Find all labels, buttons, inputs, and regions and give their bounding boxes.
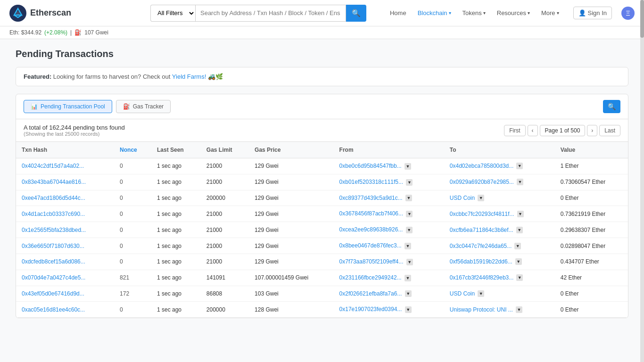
to-link[interactable]: 0x0929a6920b87e2985... (450, 179, 514, 185)
cell-gas-price: 129 Gwei (249, 222, 333, 238)
to-filter-icon[interactable]: ▼ (515, 258, 522, 265)
txn-hash-link[interactable]: 0xac05e16d81ee4c60c... (22, 306, 85, 313)
next-page-button[interactable]: › (587, 125, 597, 136)
txn-hash-link[interactable]: 0x83e43ba67044ae816... (22, 179, 86, 185)
from-filter-icon[interactable]: ▼ (405, 195, 412, 201)
txn-hash-link[interactable]: 0x36e6650f71807d630... (22, 243, 84, 249)
to-link[interactable]: USD Coin (450, 290, 475, 297)
gas-tracker-icon: ⛽ (123, 103, 130, 110)
transactions-table: Txn Hash Nonce Last Seen Gas Limit Gas P… (16, 142, 628, 318)
txn-hash-link[interactable]: 0x1e2565f5bfa238dbed... (22, 227, 86, 233)
from-filter-icon[interactable]: ▼ (406, 227, 413, 233)
from-filter-icon[interactable]: ▼ (405, 275, 411, 281)
sign-in-button[interactable]: 👤 Sign In (573, 7, 612, 19)
svg-point-1 (16, 11, 20, 15)
cell-gas-limit: 21000 (201, 206, 249, 222)
table-body: 0x4024c2df15d7a4a02... 0 1 sec ago 21000… (16, 158, 628, 318)
nav-blockchain[interactable]: Blockchain ▾ (413, 7, 456, 19)
cell-last-seen: 1 sec ago (151, 270, 201, 286)
table-row: 0xac05e16d81ee4c60c... 0 1 sec ago 20000… (16, 302, 628, 318)
cell-to: 0xf56dab15919b22dd6... ▼ (444, 254, 555, 270)
cell-from: 0xbe0c6d95b84547fbb... ▼ (334, 158, 444, 174)
to-filter-icon[interactable]: ▼ (478, 290, 484, 297)
cell-value: 0.73621919 Ether (555, 206, 628, 222)
search-area: All Filters 🔍 (150, 5, 366, 22)
cell-last-seen: 1 sec ago (151, 238, 201, 254)
gas-price: 107 Gwei (84, 29, 108, 36)
to-link[interactable]: Uniswap Protocol: UNI ... (450, 306, 513, 313)
to-filter-icon[interactable]: ▼ (516, 163, 523, 169)
from-filter-icon[interactable]: ▼ (405, 306, 412, 313)
to-filter-icon[interactable]: ▼ (514, 243, 521, 249)
from-link[interactable]: 0x8bee0467de876fec3... (339, 242, 402, 249)
txn-hash-link[interactable]: 0x4d1ac1cb03337c690... (22, 211, 85, 217)
to-link[interactable]: 0xcbbc7fc20293cf4811f... (450, 211, 514, 217)
from-link[interactable]: 0x17e1907023fed0394... (339, 306, 402, 313)
from-link[interactable]: 0x7f73aa8705f2109eff4... (339, 258, 404, 265)
from-filter-icon[interactable]: ▼ (405, 243, 411, 249)
to-link[interactable]: 0x167cb3f2446f829eb3... (450, 274, 513, 281)
to-link[interactable]: 0xf56dab15919b22dd6... (450, 258, 512, 265)
cell-value: 0.02898047 Ether (555, 238, 628, 254)
eth-change: (+2.08%) (44, 29, 67, 36)
cell-hash: 0x070d4e7a0427c4de5... (16, 270, 114, 286)
from-filter-icon[interactable]: ▼ (406, 179, 413, 186)
prev-page-button[interactable]: ‹ (528, 125, 538, 136)
to-filter-icon[interactable]: ▼ (516, 306, 522, 313)
cell-gas-price: 128 Gwei (249, 302, 333, 318)
cell-gas-limit: 200000 (201, 190, 249, 206)
from-filter-icon[interactable]: ▼ (406, 259, 413, 265)
cell-to: 0x3c0447c7fe246da65... ▼ (444, 238, 555, 254)
to-filter-icon[interactable]: ▼ (516, 274, 523, 281)
from-filter-icon[interactable]: ▼ (405, 163, 411, 170)
to-link[interactable]: 0x3c0447c7fe246da65... (450, 243, 512, 249)
featured-link[interactable]: Yield Farms! 🚜🌿 (172, 73, 223, 80)
from-link[interactable]: 0x3678456f87acb7f406... (339, 210, 403, 217)
from-link[interactable]: 0x2f026621efba8fa7a6... (339, 290, 402, 297)
ethereum-icon[interactable]: Ξ (621, 7, 635, 20)
main-nav: Home Blockchain ▾ Tokens ▾ Resources ▾ M… (385, 7, 564, 19)
pending-pool-tab[interactable]: 📊 Pending Transaction Pool (24, 100, 112, 113)
nav-resources[interactable]: Resources ▾ (492, 7, 535, 19)
txn-hash-link[interactable]: 0xdcfedb8cef15a6d086... (22, 258, 85, 265)
last-page-button[interactable]: Last (599, 125, 620, 136)
to-filter-icon[interactable]: ▼ (516, 227, 523, 233)
to-link[interactable]: USD Coin (450, 195, 475, 201)
to-filter-icon[interactable]: ▼ (478, 195, 484, 201)
nav-tokens[interactable]: Tokens ▾ (458, 7, 490, 19)
from-filter-icon[interactable]: ▼ (405, 290, 412, 297)
to-filter-icon[interactable]: ▼ (517, 179, 523, 185)
scrollbar-thumb[interactable] (640, 0, 644, 38)
from-link[interactable]: 0xc89377d439c5a9d1c... (339, 195, 403, 201)
scrollbar[interactable] (640, 0, 644, 328)
nav-home[interactable]: Home (385, 7, 411, 19)
cell-gas-price: 129 Gwei (249, 190, 333, 206)
to-link[interactable]: 0x4d02ebca785800d3d... (450, 163, 513, 169)
first-page-button[interactable]: First (504, 125, 525, 136)
cell-gas-price: 107.000001459 Gwei (249, 270, 333, 286)
to-link[interactable]: 0xcfb6ea711864c3b8ef... (450, 227, 513, 233)
search-button[interactable]: 🔍 (346, 5, 366, 22)
txn-hash-link[interactable]: 0x070d4e7a0427c4de5... (22, 274, 85, 281)
from-link[interactable]: 0x231166fbce2949242... (339, 274, 402, 281)
cell-gas-limit: 21000 (201, 174, 249, 190)
from-link[interactable]: 0xb01ef5203318c111f5... (339, 179, 403, 185)
nav-more[interactable]: More ▾ (537, 7, 564, 19)
logo[interactable]: Etherscan (9, 5, 71, 22)
from-link[interactable]: 0xcea2ee9c89638b926... (339, 226, 403, 233)
from-filter-icon[interactable]: ▼ (406, 211, 413, 217)
cell-nonce: 0 (114, 174, 151, 190)
cell-value: 0.29638307 Ether (555, 222, 628, 238)
filter-select[interactable]: All Filters (150, 5, 195, 22)
from-link[interactable]: 0xbe0c6d95b84547fbb... (339, 163, 402, 169)
to-filter-icon[interactable]: ▼ (517, 211, 524, 217)
gas-tracker-tab[interactable]: ⛽ Gas Tracker (116, 100, 171, 113)
search-input[interactable] (195, 5, 346, 22)
cell-gas-price: 129 Gwei (249, 158, 333, 174)
txn-hash-link[interactable]: 0x4024c2df15d7a4a02... (22, 163, 84, 169)
count-text: A total of 162,244 pending txns found (24, 124, 125, 131)
table-row: 0x43ef05d0e67416d9d... 172 1 sec ago 868… (16, 286, 628, 302)
txn-hash-link[interactable]: 0x43ef05d0e67416d9d... (22, 290, 84, 297)
card-search-button[interactable]: 🔍 (603, 100, 620, 113)
txn-hash-link[interactable]: 0xee47acd1806d5d44c... (22, 195, 85, 201)
